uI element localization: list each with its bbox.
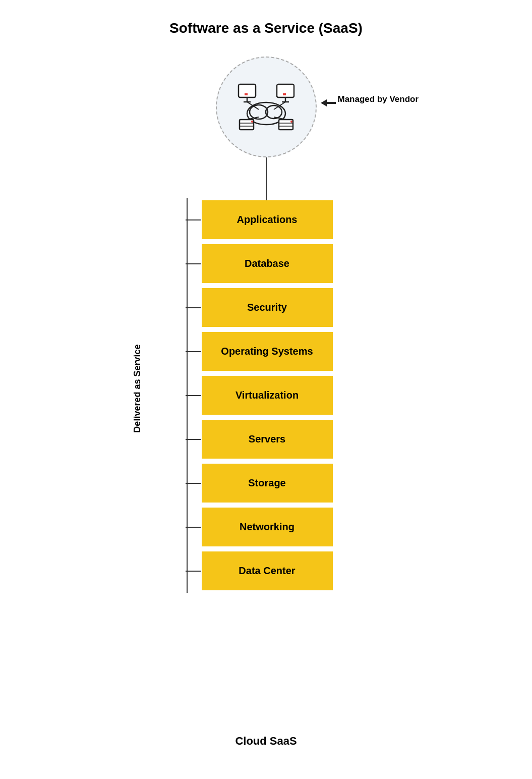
stack-wrapper: ApplicationsDatabaseSecurityOperating Sy…	[202, 200, 333, 590]
svg-point-18	[290, 121, 292, 123]
managed-by-arrow	[321, 99, 336, 106]
tick-storage	[186, 483, 201, 484]
stack-item-virtualization: Virtualization	[202, 376, 333, 415]
stack-item-database: Database	[202, 244, 333, 283]
svg-rect-3	[239, 84, 256, 97]
stack-item-servers: Servers	[202, 420, 333, 459]
circle-to-stack-line	[266, 157, 267, 200]
tick-virtualization	[186, 395, 201, 396]
delivered-as-service-label: Delivered as Service	[132, 345, 143, 433]
vendor-circle	[216, 57, 317, 157]
managed-by-label: Managed by Vendor	[338, 93, 419, 105]
tick-networking	[186, 527, 201, 528]
svg-marker-23	[321, 99, 336, 106]
tick-database	[186, 263, 201, 264]
tick-security	[186, 307, 201, 308]
page-title: Software as a Service (SaaS)	[0, 0, 532, 36]
tick-servers	[186, 439, 201, 440]
stack-item-operating-systems: Operating Systems	[202, 332, 333, 371]
svg-rect-6	[245, 93, 248, 95]
tick-operating-systems	[186, 351, 201, 352]
svg-rect-7	[277, 84, 294, 97]
stack-item-storage: Storage	[202, 464, 333, 503]
stack-item-security: Security	[202, 288, 333, 327]
tick-applications	[186, 219, 201, 220]
svg-point-14	[251, 121, 253, 123]
cloud-saas-label: Cloud SaaS	[235, 735, 297, 748]
diagram-container: Managed by Vendor ApplicationsDatabaseSe…	[0, 46, 532, 753]
cloud-network-icon	[233, 79, 299, 135]
stack-item-networking: Networking	[202, 508, 333, 546]
svg-rect-10	[283, 93, 286, 95]
arrow-icon	[321, 99, 336, 106]
stack-item-applications: Applications	[202, 200, 333, 239]
svg-point-1	[250, 105, 268, 119]
stack-item-data-center: Data Center	[202, 551, 333, 590]
tick-data-center	[186, 571, 201, 572]
